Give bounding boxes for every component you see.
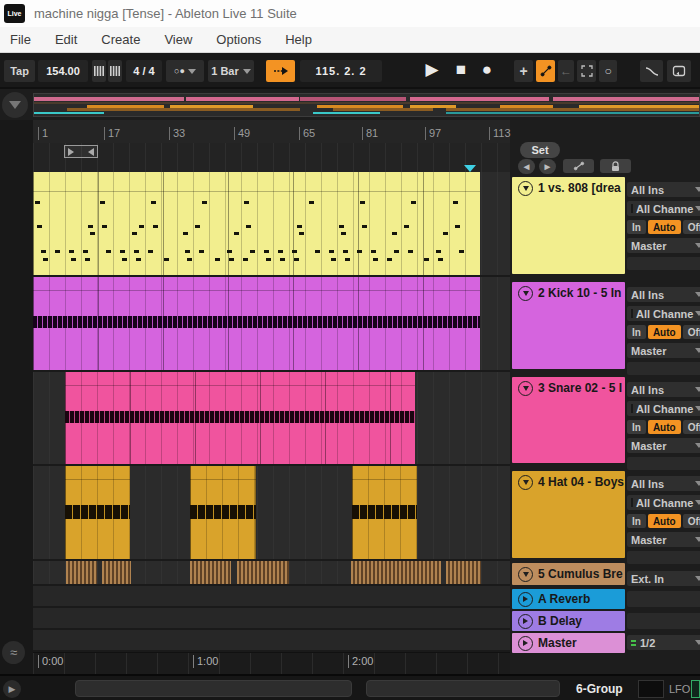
menu-view[interactable]: View <box>164 28 192 51</box>
quantization-menu[interactable]: 1 Bar <box>208 60 254 82</box>
overview-toggle-button[interactable] <box>2 92 28 118</box>
automation-mode-button[interactable] <box>563 159 594 173</box>
follow-button[interactable] <box>266 60 295 82</box>
monitor-auto-button[interactable]: Auto <box>648 325 681 339</box>
zoom-back-button[interactable]: ≈ <box>2 641 25 664</box>
return-track-header[interactable]: B Delay <box>512 611 625 631</box>
time-signature-field[interactable]: 4 / 4 <box>126 60 162 82</box>
track-header[interactable]: 5 Cumulus Bre <box>512 563 625 585</box>
lock-envelopes-button[interactable] <box>600 159 631 173</box>
bar-number[interactable]: 1 <box>38 127 48 140</box>
fold-track-icon[interactable] <box>518 636 533 651</box>
time-ruler[interactable] <box>33 652 510 674</box>
menu-help[interactable]: Help <box>285 28 312 51</box>
time-label[interactable]: 0:00 <box>38 655 63 668</box>
input-channel-menu[interactable]: All Channe <box>627 306 700 321</box>
monitor-in-button[interactable]: In <box>627 514 646 528</box>
track-name[interactable]: B Delay <box>538 614 582 628</box>
track-name[interactable]: 3 Snare 02 - 5 I <box>538 381 622 395</box>
output-routing-menu[interactable]: Master <box>627 238 700 253</box>
return-lane[interactable] <box>33 630 510 652</box>
metronome-button[interactable]: ○● <box>166 60 204 82</box>
unfold-track-icon[interactable] <box>518 567 533 582</box>
record-button[interactable]: ● <box>476 58 498 82</box>
input-channel-menu[interactable]: All Channe <box>627 401 700 416</box>
output-routing-menu[interactable]: Master <box>627 438 700 453</box>
unfold-track-icon[interactable] <box>518 475 533 490</box>
unfold-track-icon[interactable] <box>518 181 533 196</box>
time-label[interactable]: 1:00 <box>193 655 218 668</box>
track-name[interactable]: 4 Hat 04 - Boys <box>538 475 624 489</box>
midi-overdub-button[interactable]: + <box>514 60 533 82</box>
monitor-off-button[interactable]: Off <box>683 514 700 528</box>
input-routing-menu[interactable]: Ext. In <box>627 571 700 586</box>
clip[interactable] <box>33 277 480 370</box>
input-channel-menu[interactable]: All Channe <box>627 201 700 216</box>
input-routing-menu[interactable]: All Ins <box>627 382 700 397</box>
track-name[interactable]: A Reverb <box>538 592 590 606</box>
input-routing-menu[interactable]: All Ins <box>627 182 700 197</box>
nudge-up-button[interactable] <box>108 60 122 82</box>
tap-tempo-button[interactable]: Tap <box>4 60 35 82</box>
time-label[interactable]: 2:00 <box>348 655 373 668</box>
stop-button[interactable]: ■ <box>450 58 472 82</box>
automation-arm-button[interactable] <box>536 60 555 82</box>
bar-number[interactable]: 113 <box>489 127 511 140</box>
monitor-in-button[interactable]: In <box>627 420 646 434</box>
bar-number[interactable]: 49 <box>234 127 250 140</box>
arrangement-overview[interactable] <box>33 93 700 117</box>
clip[interactable] <box>351 561 441 584</box>
clip[interactable] <box>352 466 417 559</box>
bar-number[interactable]: 65 <box>299 127 315 140</box>
output-routing-menu[interactable]: Master <box>627 343 700 358</box>
fold-track-icon[interactable] <box>518 592 533 607</box>
monitor-auto-button[interactable]: Auto <box>648 514 681 528</box>
bar-number[interactable]: 17 <box>104 127 120 140</box>
clip[interactable] <box>33 172 480 275</box>
track-header[interactable]: 2 Kick 10 - 5 In <box>512 282 625 369</box>
next-locator-button[interactable]: ► <box>539 159 556 174</box>
track-name[interactable]: Master <box>538 636 577 650</box>
show-detail-view-button[interactable]: ▶ <box>3 680 21 698</box>
return-track-header[interactable]: Master <box>512 633 625 653</box>
monitor-off-button[interactable]: Off <box>683 420 700 434</box>
clip[interactable] <box>65 466 130 559</box>
menu-file[interactable]: File <box>10 28 31 51</box>
loop-button[interactable] <box>667 60 691 82</box>
monitor-off-button[interactable]: Off <box>683 325 700 339</box>
play-button[interactable]: ▶ <box>420 58 444 82</box>
tempo-field[interactable]: 154.00 <box>38 60 88 82</box>
clip[interactable] <box>446 561 481 584</box>
device-detail-slot[interactable] <box>366 680 560 697</box>
clip[interactable] <box>102 561 131 584</box>
menu-edit[interactable]: Edit <box>55 28 77 51</box>
input-routing-menu[interactable]: All Ins <box>627 287 700 302</box>
master-output-menu[interactable]: 1/2 <box>627 635 700 650</box>
output-routing-menu[interactable]: Master <box>627 532 700 547</box>
clip[interactable] <box>190 561 231 584</box>
monitor-in-button[interactable]: In <box>627 220 646 234</box>
clip[interactable] <box>237 561 289 584</box>
return-lane[interactable] <box>33 586 510 608</box>
capture-midi-button[interactable] <box>577 60 596 82</box>
scrub-area[interactable] <box>33 143 510 172</box>
nudge-down-button[interactable] <box>92 60 106 82</box>
unfold-track-icon[interactable] <box>518 381 533 396</box>
bar-number[interactable]: 97 <box>425 127 441 140</box>
fold-track-icon[interactable] <box>518 614 533 629</box>
device-mini-display[interactable] <box>638 680 664 698</box>
draw-mode-button[interactable] <box>640 60 663 82</box>
clip-detail-slot[interactable] <box>75 680 352 697</box>
lfo-device-icon[interactable] <box>691 680 700 698</box>
clip[interactable] <box>65 372 415 464</box>
session-record-button[interactable]: ○ <box>599 60 617 82</box>
bar-number[interactable]: 33 <box>169 127 185 140</box>
input-channel-menu[interactable]: All Channe <box>627 495 700 510</box>
bar-number[interactable]: 81 <box>362 127 378 140</box>
return-track-header[interactable]: A Reverb <box>512 589 625 609</box>
track-header[interactable]: 4 Hat 04 - Boys <box>512 471 625 558</box>
monitor-in-button[interactable]: In <box>627 325 646 339</box>
clip[interactable] <box>190 466 256 559</box>
set-locator-button[interactable]: Set <box>520 142 560 158</box>
monitor-off-button[interactable]: Off <box>683 220 700 234</box>
